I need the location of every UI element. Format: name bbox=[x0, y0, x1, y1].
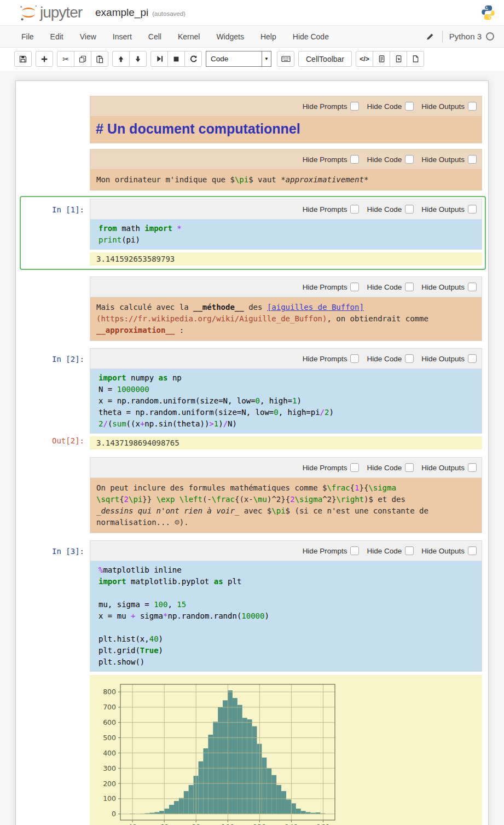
document-lines-icon bbox=[378, 55, 386, 63]
export-doc-button[interactable] bbox=[373, 51, 390, 67]
scissors-icon: ✂ bbox=[62, 55, 69, 64]
interrupt-kernel-button[interactable] bbox=[167, 51, 185, 67]
hide-outputs-checkbox[interactable] bbox=[468, 463, 477, 472]
save-button[interactable] bbox=[14, 51, 32, 67]
svg-text:100: 100 bbox=[221, 823, 234, 825]
select-dropdown-arrow[interactable]: ▼ bbox=[262, 51, 271, 66]
hide-prompts-checkbox[interactable] bbox=[350, 282, 359, 291]
markdown-source-formula[interactable]: On peut inclure des formules mathématiqu… bbox=[90, 478, 482, 533]
hide-prompts-checkbox[interactable] bbox=[350, 354, 359, 363]
hide-outputs-checkbox[interactable] bbox=[468, 354, 477, 363]
menu-right: Python 3 bbox=[426, 31, 494, 43]
hide-prompts-checkbox[interactable] bbox=[350, 155, 359, 164]
jupyter-logo-text: jupyter bbox=[40, 4, 82, 21]
hide-outputs-checkbox[interactable] bbox=[468, 155, 477, 164]
move-cell-up-button[interactable] bbox=[112, 51, 130, 67]
hide-code-checkbox[interactable] bbox=[405, 546, 414, 555]
restart-kernel-button[interactable] bbox=[184, 51, 202, 67]
menu-item-cell[interactable]: Cell bbox=[140, 32, 170, 41]
hide-outputs-checkbox[interactable] bbox=[468, 546, 477, 555]
svg-text:160: 160 bbox=[317, 823, 330, 825]
selected-code-cell-1[interactable]: In [1]: Hide PromptsHide CodeHide Output… bbox=[20, 196, 486, 270]
run-cell-button[interactable] bbox=[150, 51, 168, 67]
hide-prompts-checkbox[interactable] bbox=[350, 463, 359, 472]
menu-item-help[interactable]: Help bbox=[252, 32, 285, 41]
hide-prompts-label: Hide Prompts bbox=[303, 155, 347, 164]
prompt-spacer bbox=[22, 96, 90, 143]
hide-outputs-label: Hide Outputs bbox=[421, 464, 465, 472]
cell-toolbar-strip: Hide PromptsHide CodeHide Outputs bbox=[90, 349, 482, 369]
markdown-source-buffon[interactable]: Mais calculé avec la __méthode__ des [ai… bbox=[90, 297, 482, 341]
menu-item-insert[interactable]: Insert bbox=[105, 32, 140, 41]
menu-item-view[interactable]: View bbox=[72, 32, 105, 41]
code-cell-2[interactable]: In [2]: Hide PromptsHide CodeHide Output… bbox=[22, 348, 482, 449]
hide-code-checkbox[interactable] bbox=[405, 102, 414, 111]
code-editor-1[interactable]: from math import *print(pi) bbox=[90, 220, 482, 249]
code-editor-2[interactable]: import numpy as npN = 1000000x = np.rand… bbox=[90, 369, 482, 433]
menu-divider bbox=[442, 31, 443, 43]
python-logo bbox=[480, 4, 496, 21]
input-prompt: In [3]: bbox=[22, 540, 90, 672]
app-header: jupyter example_pi (autosaved) bbox=[0, 0, 504, 25]
svg-text:100: 100 bbox=[103, 794, 116, 803]
notebook-page: Hide PromptsHide CodeHide Outputs # Un d… bbox=[0, 71, 504, 825]
output-text-2: 3.1437198694098765 bbox=[90, 436, 482, 449]
jupyter-logo[interactable]: jupyter bbox=[19, 4, 82, 21]
hide-prompts-checkbox[interactable] bbox=[350, 546, 359, 555]
autosave-status: (autosaved) bbox=[152, 10, 186, 17]
cut-cell-button[interactable]: ✂ bbox=[57, 51, 74, 67]
menu-item-hide-code[interactable]: Hide Code bbox=[285, 32, 337, 41]
menu-item-file[interactable]: File bbox=[13, 32, 42, 41]
markdown-source-intro[interactable]: Mon ordinateur m'indique que $\pi$ vaut … bbox=[90, 170, 482, 190]
hide-code-checkbox[interactable] bbox=[405, 463, 414, 472]
markdown-cell-buffon[interactable]: Hide PromptsHide CodeHide Outputs Mais c… bbox=[22, 276, 482, 341]
markdown-cell-intro[interactable]: Hide PromptsHide CodeHide Outputs Mon or… bbox=[22, 149, 482, 191]
menu-item-edit[interactable]: Edit bbox=[42, 32, 72, 41]
hide-code-checkbox[interactable] bbox=[405, 205, 414, 214]
hide-prompts-checkbox[interactable] bbox=[350, 205, 359, 214]
floppy-icon bbox=[19, 55, 27, 64]
new-doc-button[interactable] bbox=[407, 51, 424, 67]
paste-cell-button[interactable] bbox=[91, 51, 108, 67]
add-cell-button[interactable] bbox=[36, 51, 53, 67]
celltoolbar-button[interactable]: CellToolbar bbox=[298, 51, 352, 67]
hide-outputs-checkbox[interactable] bbox=[468, 102, 477, 111]
cell-type-select[interactable]: Code ▼ bbox=[206, 51, 271, 67]
notebook-title[interactable]: example_pi bbox=[95, 7, 148, 19]
menu-item-kernel[interactable]: Kernel bbox=[170, 32, 208, 41]
move-cell-down-button[interactable] bbox=[129, 51, 147, 67]
output-prompt-spacer bbox=[22, 250, 90, 266]
toggle-code-button[interactable]: </> bbox=[356, 51, 373, 67]
hide-outputs-label: Hide Outputs bbox=[421, 547, 465, 555]
code-cell-3[interactable]: In [3]: Hide PromptsHide CodeHide Output… bbox=[22, 540, 482, 825]
copy-cell-button[interactable] bbox=[74, 51, 91, 67]
prompt-spacer bbox=[22, 276, 90, 341]
prompt-spacer bbox=[22, 457, 90, 533]
prompt-spacer bbox=[22, 149, 90, 191]
hide-outputs-checkbox[interactable] bbox=[468, 205, 477, 214]
command-palette-button[interactable] bbox=[277, 51, 294, 67]
hide-outputs-checkbox[interactable] bbox=[468, 282, 477, 291]
input-prompt: In [2]: bbox=[22, 348, 90, 434]
svg-text:120: 120 bbox=[253, 823, 266, 825]
markdown-cell-title[interactable]: Hide PromptsHide CodeHide Outputs # Un d… bbox=[22, 96, 482, 143]
svg-text:400: 400 bbox=[103, 749, 116, 757]
hide-code-checkbox[interactable] bbox=[405, 354, 414, 363]
hide-prompts-checkbox[interactable] bbox=[350, 102, 359, 111]
svg-text:700: 700 bbox=[103, 703, 116, 711]
input-prompt: In [1]: bbox=[22, 199, 90, 250]
cell-toolbar-strip: Hide PromptsHide CodeHide Outputs bbox=[90, 458, 482, 478]
kernel-name: Python 3 bbox=[449, 32, 482, 41]
hide-code-label: Hide Code bbox=[367, 464, 402, 472]
export-pdf-button[interactable] bbox=[390, 51, 407, 67]
markdown-cell-formula[interactable]: Hide PromptsHide CodeHide Outputs On peu… bbox=[22, 457, 482, 533]
hide-code-label: Hide Code bbox=[367, 155, 402, 164]
menu-item-widgets[interactable]: Widgets bbox=[208, 32, 252, 41]
markdown-source-title[interactable]: # Un document computationnel bbox=[90, 117, 482, 143]
edit-mode-pencil-icon bbox=[426, 32, 435, 41]
hide-code-checkbox[interactable] bbox=[405, 282, 414, 291]
hide-prompts-label: Hide Prompts bbox=[303, 283, 347, 291]
code-editor-3[interactable]: %matplotlib inlineimport matplotlib.pypl… bbox=[90, 561, 482, 671]
hide-prompts-label: Hide Prompts bbox=[303, 355, 347, 363]
hide-code-checkbox[interactable] bbox=[405, 155, 414, 164]
